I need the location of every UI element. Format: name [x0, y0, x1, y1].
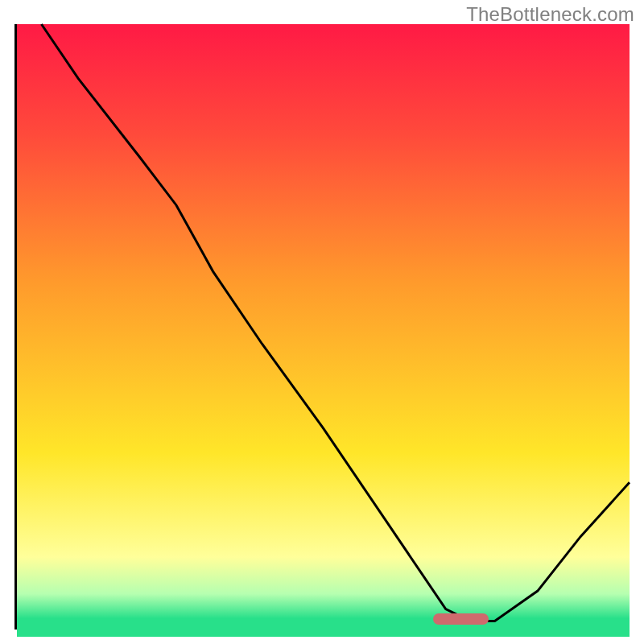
optimal-range-marker [433, 613, 488, 625]
chart-stage: TheBottleneck.com [0, 0, 644, 644]
watermark-text: TheBottleneck.com [466, 3, 634, 26]
plot-area [14, 24, 630, 630]
bottleneck-curve [17, 24, 630, 627]
